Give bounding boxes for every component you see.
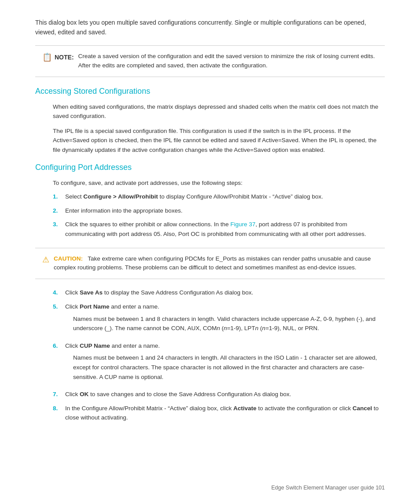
step-3: 3. Click the squares to either prohibit … — [53, 220, 385, 239]
step-8-bold-cancel: Cancel — [353, 405, 372, 412]
step-4-bold: Save As — [80, 289, 103, 296]
caution-text: CAUTION: Take extreme care when configur… — [54, 254, 378, 273]
step-6-num: 6. — [53, 341, 61, 385]
step-4-num: 4. — [53, 288, 61, 298]
footer-text: Edge Switch Element Manager user guide 1… — [271, 485, 385, 491]
step-4-content: Click Save As to display the Save Addres… — [65, 288, 385, 298]
step-6-bold: CUP Name — [80, 342, 110, 349]
step-6: 6. Click CUP Name and enter a name. Name… — [53, 341, 385, 385]
step-2-num: 2. — [53, 206, 61, 216]
page-footer: Edge Switch Element Manager user guide 1… — [271, 485, 385, 491]
step-1-bold: Configure > Allow/Prohibit — [83, 193, 158, 200]
note-icon: 📋 — [42, 52, 52, 62]
step-3-num: 3. — [53, 220, 61, 239]
step-1-content: Select Configure > Allow/Prohibit to dis… — [65, 192, 385, 202]
figure-37-link[interactable]: Figure 37 — [230, 221, 255, 228]
step-8-content: In the Configure Allow/Prohibit Matrix -… — [65, 404, 385, 423]
step-7-content: Click OK to save changes and to close th… — [65, 390, 385, 399]
step-7-bold: OK — [80, 391, 88, 397]
step-4: 4. Click Save As to display the Save Add… — [53, 288, 385, 298]
step-6-content: Click CUP Name and enter a name. Names m… — [65, 341, 385, 385]
section1-heading: Accessing Stored Configurations — [35, 87, 385, 96]
note-box: 📋 NOTE: Create a saved version of the co… — [35, 45, 385, 77]
note-icon-area: 📋 NOTE: — [42, 52, 74, 62]
step-5-num: 5. — [53, 302, 61, 337]
intro-paragraph: This dialog box lets you open multiple s… — [35, 18, 385, 37]
step-5-subnote: Names must be between 1 and 8 characters… — [73, 314, 385, 333]
step-8-num: 8. — [53, 404, 61, 423]
step-5: 5. Click Port Name and enter a name. Nam… — [53, 302, 385, 337]
note-text: Create a saved version of the configurat… — [78, 52, 378, 70]
section2-heading: Configuring Port Addresses — [35, 163, 385, 172]
section2-body: To configure, save, and activate port ad… — [53, 178, 385, 239]
step-3-content: Click the squares to either prohibit or … — [65, 220, 385, 239]
step-2-content: Enter information into the appropriate b… — [65, 206, 385, 216]
step-5-bold: Port Name — [80, 303, 110, 310]
step-1: 1. Select Configure > Allow/Prohibit to … — [53, 192, 385, 202]
step-8: 8. In the Configure Allow/Prohibit Matri… — [53, 404, 385, 423]
step-1-num: 1. — [53, 192, 61, 202]
steps-list-2: 4. Click Save As to display the Save Add… — [53, 288, 385, 423]
section1-para2: The IPL file is a special saved configur… — [53, 126, 385, 155]
section2-continued: 4. Click Save As to display the Save Add… — [53, 288, 385, 423]
step-6-subnote: Names must be between 1 and 24 character… — [73, 353, 385, 382]
section1-body: When editing saved configurations, the m… — [53, 102, 385, 155]
caution-icon: ⚠ — [42, 255, 49, 265]
caution-label: CAUTION: — [54, 255, 88, 262]
step-7-num: 7. — [53, 390, 61, 399]
note-label: NOTE: — [55, 54, 74, 61]
steps-intro: To configure, save, and activate port ad… — [53, 178, 385, 188]
steps-list: 1. Select Configure > Allow/Prohibit to … — [53, 192, 385, 239]
step-5-content: Click Port Name and enter a name. Names … — [65, 302, 385, 337]
step-7: 7. Click OK to save changes and to close… — [53, 390, 385, 399]
page-container: This dialog box lets you open multiple s… — [0, 0, 420, 457]
section1-para1: When editing saved configurations, the m… — [53, 102, 385, 121]
step-2: 2. Enter information into the appropriat… — [53, 206, 385, 216]
step-8-bold-activate: Activate — [233, 405, 257, 412]
caution-box: ⚠ CAUTION: Take extreme care when config… — [35, 248, 385, 280]
